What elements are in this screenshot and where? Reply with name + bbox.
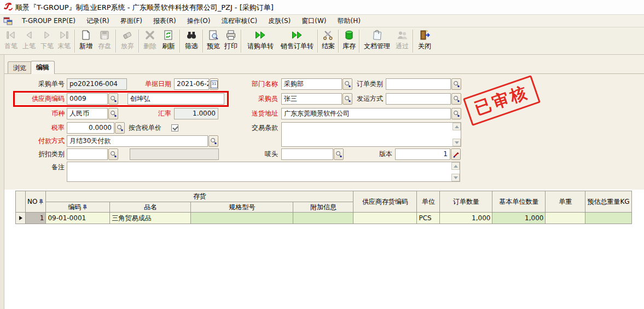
prev-record-button: 上笔 (20, 28, 38, 54)
toolbar-separator (179, 30, 181, 53)
close-window-button[interactable]: 关闭 (415, 28, 434, 54)
lookup-button[interactable] (451, 93, 461, 105)
calendar-button[interactable]: 31 (210, 78, 218, 90)
toolbar-separator (115, 30, 117, 53)
print-preview-icon (207, 28, 220, 42)
order-type-input[interactable] (386, 78, 461, 90)
cell-extra[interactable] (293, 213, 353, 224)
cell-total-weight[interactable] (585, 213, 631, 224)
tab-browse[interactable]: 浏览 (8, 61, 32, 73)
menu-bar: T-GROUP ERP(E) 记录(R) 界面(F) 报表(R) 操作(O) 流… (0, 14, 644, 27)
remark-textarea[interactable] (67, 162, 460, 182)
menu-item-interface[interactable]: 界面(F) (115, 15, 148, 26)
pin-icon[interactable] (39, 198, 44, 206)
grid-header-spec: 规格型号 (191, 202, 293, 213)
ship-method-input[interactable] (386, 93, 461, 105)
filter-button[interactable]: 筛选 (182, 28, 201, 54)
magnifier-icon (453, 110, 460, 118)
cell-unit[interactable]: PCS (417, 213, 440, 224)
lookup-button[interactable] (451, 108, 461, 119)
document-management-button[interactable]: 文档管理 (362, 28, 392, 54)
preview-button[interactable]: 预览 (205, 28, 222, 54)
version-input[interactable]: 1 (395, 148, 461, 160)
cell-spec[interactable] (191, 213, 293, 224)
first-record-button: 首笔 (2, 28, 20, 54)
toolbar-separator (338, 30, 339, 53)
discount-type-input[interactable] (67, 148, 118, 160)
panel-border (4, 73, 644, 74)
doc-date-input[interactable]: 2021-06-23 31 (174, 78, 218, 90)
tab-edit[interactable]: 编辑 (31, 61, 55, 74)
menu-item-report[interactable]: 报表(R) (148, 15, 182, 26)
menu-item-record[interactable]: 记录(R) (81, 15, 115, 26)
supplier-name-input[interactable]: 创坤弘 (127, 93, 224, 105)
prev-record-icon (22, 28, 36, 42)
calendar-icon: 31 (211, 81, 218, 88)
currency-input[interactable]: 人民币 (67, 108, 118, 119)
cell-name[interactable]: 三角贸易成品 (110, 213, 191, 224)
remark-label: 备注 (10, 162, 65, 173)
approve-button: 通过 (393, 28, 411, 54)
scroll-down-button[interactable] (452, 139, 461, 146)
inventory-button[interactable]: 库存 (341, 28, 357, 54)
requisition-transfer-button[interactable]: 请购单转 (243, 28, 277, 54)
close-case-button[interactable]: 结案 (320, 28, 336, 54)
menu-item-workflow[interactable]: 流程审核(C) (216, 15, 263, 26)
cell-supplier-code[interactable] (353, 213, 417, 224)
cell-base-qty[interactable]: 1,000 (492, 213, 546, 224)
grid-header-code: 编码 (46, 202, 110, 213)
lookup-button[interactable] (115, 122, 125, 134)
scroll-up-button[interactable] (451, 162, 460, 170)
delivery-address-input[interactable]: 广东东莞顺景软件公司 (281, 108, 461, 119)
payment-method-input[interactable]: 月结30天付款 (67, 135, 218, 147)
sales-order-transfer-button[interactable]: 销售订单转 (279, 28, 316, 54)
tax-rate-input[interactable]: 0.0000 (67, 122, 125, 134)
scroll-up-button[interactable] (452, 123, 461, 130)
lookup-button[interactable] (451, 78, 461, 90)
trade-terms-textarea[interactable] (281, 122, 461, 147)
grid-selector-header (16, 191, 26, 213)
row-selector-cell[interactable] (16, 213, 26, 224)
menu-item-window[interactable]: 窗口(W) (296, 15, 332, 26)
red-pencil-icon (452, 151, 460, 158)
detail-grid: NO 存货 供应商存货编码 单位 订单数量 基本单位数量 单重 预估总重量KG … (15, 191, 632, 224)
window-menu-icon[interactable] (3, 16, 13, 25)
chevron-up-icon (454, 165, 458, 168)
green-double-arrow-icon (291, 28, 304, 42)
discount-name-field (130, 148, 219, 160)
cell-qty[interactable]: 1,000 (440, 213, 492, 224)
cell-code[interactable]: 09-01-0001 (46, 213, 110, 224)
new-button[interactable]: 新增 (77, 28, 95, 54)
grid-header-no: NO (26, 191, 46, 213)
scroll-down-button[interactable] (451, 174, 460, 181)
lookup-button[interactable] (108, 148, 118, 160)
lookup-button[interactable] (334, 148, 344, 160)
menu-item-operation[interactable]: 操作(O) (182, 15, 216, 26)
toolbar-separator (138, 30, 140, 53)
lookup-button[interactable] (208, 135, 218, 147)
refresh-button[interactable]: 刷新 (160, 28, 177, 54)
lookup-button[interactable] (108, 93, 118, 105)
tax-included-checkbox[interactable] (171, 124, 178, 131)
grid-group-header-inventory: 存货 (46, 191, 353, 202)
lookup-button[interactable] (108, 108, 118, 119)
window-title: 顺景『T-GROUP』制造业ERP系统 - 广东顺景软件科技有限公司_PZJ -… (15, 3, 274, 13)
print-button[interactable]: 打印 (223, 28, 239, 54)
shipping-mark-input[interactable] (281, 148, 344, 160)
pin-icon[interactable] (83, 204, 88, 211)
magnifier-icon (453, 95, 460, 103)
menu-item-skin[interactable]: 皮肤(S) (263, 15, 296, 26)
discount-type-label: 折扣类别 (10, 148, 65, 160)
menu-item-help[interactable]: 帮助(H) (332, 15, 365, 26)
magnifier-icon (110, 95, 117, 103)
menu-item-tgroup-erp[interactable]: T-GROUP ERP(E) (16, 15, 81, 26)
supplier-code-input[interactable]: 0009 (67, 93, 118, 105)
save-button: 存盘 (96, 28, 113, 54)
cell-unit-weight[interactable] (546, 213, 585, 224)
exchange-rate-input: 1.0000 (174, 108, 218, 119)
erp-window: 顺景『T-GROUP』制造业ERP系统 - 广东顺景软件科技有限公司_PZJ -… (0, 0, 644, 309)
grid-header-base-qty: 基本单位数量 (492, 191, 546, 213)
row-no-cell: 1 (26, 213, 46, 224)
version-lookup-button[interactable] (451, 148, 461, 160)
save-floppy-icon (98, 28, 111, 42)
